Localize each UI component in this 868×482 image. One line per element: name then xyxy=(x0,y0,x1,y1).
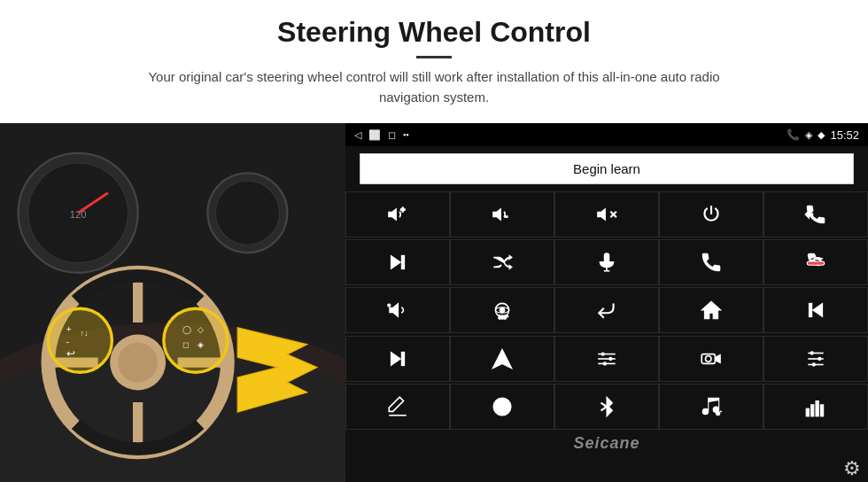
icon-vol-down[interactable]: - xyxy=(450,191,554,237)
location-status-icon: ◈ xyxy=(805,129,812,141)
icon-grid: + - xyxy=(345,191,868,431)
svg-text:120: 120 xyxy=(70,209,87,220)
svg-point-72 xyxy=(499,402,507,410)
svg-marker-62 xyxy=(715,354,721,363)
svg-text:+: + xyxy=(66,324,72,334)
svg-text:-: - xyxy=(66,337,69,346)
android-panel: ◁ ⬜ ◻ ▪▪ 📞 ◈ ◆ 15:52 Begin learn xyxy=(345,123,868,482)
car-image-section: 120 xyxy=(0,123,345,482)
svg-point-58 xyxy=(601,352,605,355)
icon-vol-up[interactable]: + xyxy=(345,191,450,237)
icon-360-circle[interactable] xyxy=(450,384,554,430)
svg-point-63 xyxy=(706,355,712,362)
status-right: 📞 ◈ ◆ 15:52 xyxy=(787,128,859,142)
svg-marker-35 xyxy=(391,256,400,269)
seicane-watermark: Seicane xyxy=(345,431,868,455)
icon-phone-prev[interactable] xyxy=(763,191,868,237)
svg-rect-50 xyxy=(809,304,811,317)
icon-power[interactable] xyxy=(659,191,763,237)
icon-skip-back[interactable] xyxy=(763,287,868,333)
android-status-bar: ◁ ⬜ ◻ ▪▪ 📞 ◈ ◆ 15:52 xyxy=(345,123,868,146)
icon-home[interactable] xyxy=(659,287,763,333)
svg-rect-42 xyxy=(807,261,825,265)
icon-pen[interactable] xyxy=(345,384,450,430)
svg-rect-80 xyxy=(820,405,823,416)
icon-shuffle-next[interactable] xyxy=(450,239,554,285)
icon-equalizer[interactable] xyxy=(554,336,659,382)
svg-point-75 xyxy=(716,411,719,415)
svg-marker-53 xyxy=(391,352,400,365)
status-left: ◁ ⬜ ◻ ▪▪ xyxy=(354,129,408,141)
svg-point-16 xyxy=(48,308,112,372)
icon-music-settings[interactable] xyxy=(659,384,763,430)
svg-point-69 xyxy=(812,362,816,366)
icon-bluetooth[interactable] xyxy=(554,384,659,430)
svg-rect-52 xyxy=(401,352,404,365)
svg-marker-27 xyxy=(388,207,397,221)
svg-point-60 xyxy=(603,362,607,365)
svg-point-45 xyxy=(500,307,506,314)
content-row: 120 xyxy=(0,123,868,482)
svg-rect-36 xyxy=(401,256,404,269)
page-subtitle: Your original car's steering wheel contr… xyxy=(124,67,744,107)
svg-rect-78 xyxy=(811,405,814,416)
svg-text:360°: 360° xyxy=(499,315,508,320)
phone-status-icon: 📞 xyxy=(787,128,800,141)
battery-icon: ▪▪ xyxy=(403,130,408,139)
recents-nav-icon[interactable]: ◻ xyxy=(388,129,396,141)
header-section: Steering Wheel Control Your original car… xyxy=(0,0,868,116)
svg-rect-79 xyxy=(816,400,818,416)
svg-point-68 xyxy=(818,356,821,360)
svg-marker-38 xyxy=(509,255,513,261)
svg-rect-77 xyxy=(806,408,809,416)
svg-point-67 xyxy=(810,351,814,354)
icon-audio-settings[interactable] xyxy=(763,336,868,382)
icon-back[interactable] xyxy=(554,287,659,333)
begin-learn-button[interactable]: Begin learn xyxy=(360,153,854,184)
svg-text:◇: ◇ xyxy=(198,325,204,334)
svg-text:◻: ◻ xyxy=(182,340,189,349)
icon-360-view[interactable]: 360° xyxy=(450,287,554,333)
icon-spectrum[interactable] xyxy=(763,384,868,430)
title-divider xyxy=(416,56,452,58)
svg-marker-31 xyxy=(597,207,606,221)
icon-phone-call[interactable] xyxy=(659,239,763,285)
icon-mute[interactable] xyxy=(554,191,659,237)
svg-point-15 xyxy=(118,343,158,383)
svg-marker-37 xyxy=(509,264,513,270)
car-steering-image: 120 xyxy=(0,123,345,482)
gear-icon-bottom-bar: ⚙ xyxy=(345,455,868,482)
svg-text:↑↓: ↑↓ xyxy=(80,329,88,338)
settings-gear-icon[interactable]: ⚙ xyxy=(843,457,861,480)
icon-navigation[interactable] xyxy=(450,336,554,382)
icon-horn[interactable] xyxy=(345,287,450,333)
begin-learn-bar: Begin learn xyxy=(345,146,868,191)
svg-line-74 xyxy=(601,402,608,406)
svg-marker-54 xyxy=(492,349,512,369)
back-nav-icon[interactable]: ◁ xyxy=(354,129,361,141)
svg-marker-49 xyxy=(701,302,721,320)
home-nav-icon[interactable]: ⬜ xyxy=(368,129,381,141)
signal-status-icon: ◆ xyxy=(818,129,825,141)
svg-text:◯: ◯ xyxy=(182,325,191,335)
page-title: Steering Wheel Control xyxy=(35,16,833,49)
icon-dashcam[interactable] xyxy=(659,336,763,382)
icon-hang-up[interactable] xyxy=(763,239,868,285)
icon-skip-fwd[interactable] xyxy=(345,336,450,382)
page-container: Steering Wheel Control Your original car… xyxy=(0,0,868,482)
svg-text:↩: ↩ xyxy=(66,347,75,360)
icon-microphone[interactable] xyxy=(554,239,659,285)
svg-point-44 xyxy=(387,304,391,307)
svg-text:◈: ◈ xyxy=(198,340,204,349)
svg-marker-29 xyxy=(492,207,501,221)
svg-point-21 xyxy=(164,308,228,372)
svg-marker-51 xyxy=(813,304,823,317)
time-display: 15:52 xyxy=(830,128,859,142)
svg-point-7 xyxy=(215,181,279,245)
icon-next-track[interactable] xyxy=(345,239,450,285)
svg-point-59 xyxy=(608,356,612,360)
svg-text:-: - xyxy=(505,212,508,221)
svg-text:+: + xyxy=(400,206,405,214)
